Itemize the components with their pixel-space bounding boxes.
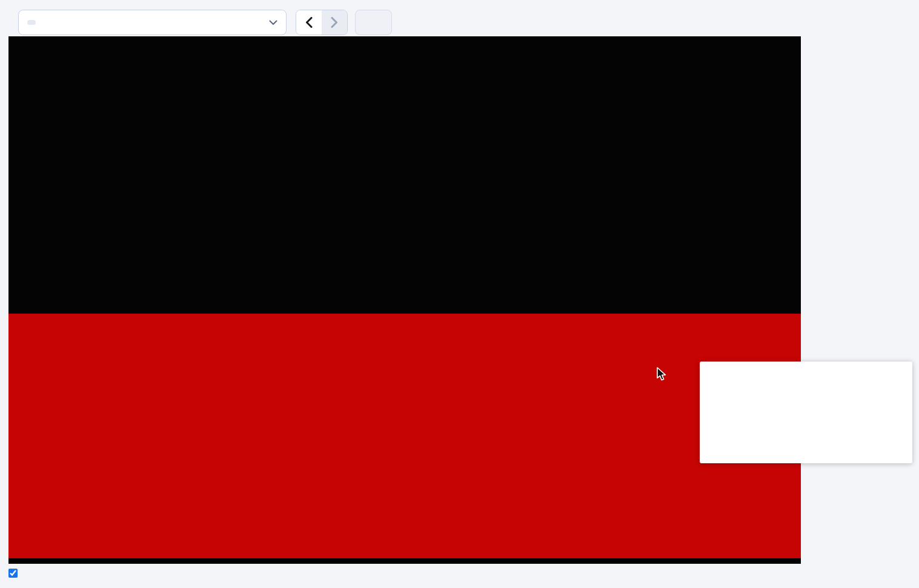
show-span-boundaries-row[interactable] [8, 569, 21, 578]
hover-tooltip [700, 362, 912, 463]
key-visualizer-heatmap[interactable] [8, 36, 801, 564]
heatmap-top-region[interactable] [8, 36, 801, 314]
time-back-button[interactable] [296, 10, 322, 35]
time-range-badge [27, 20, 36, 25]
heatmap-bottom-edge [8, 558, 801, 564]
heatmap-bottom-region[interactable] [8, 314, 801, 558]
now-button[interactable] [355, 10, 392, 35]
show-span-boundaries-checkbox[interactable] [8, 569, 18, 578]
key-visualizer-page: { "toolbar": { "time_badge": "30m", "tim… [0, 0, 919, 588]
chevron-left-icon [305, 17, 313, 28]
chevron-down-icon [269, 20, 277, 25]
chevron-right-icon [331, 17, 338, 28]
time-forward-button[interactable] [322, 10, 347, 35]
time-shift-button-group [296, 10, 348, 35]
time-range-select[interactable] [18, 10, 287, 35]
